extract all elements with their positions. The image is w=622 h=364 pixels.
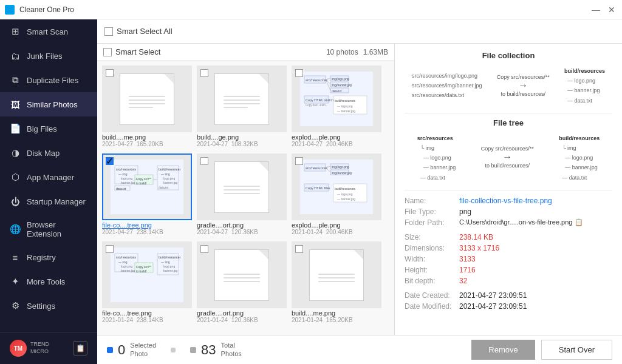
smart-select-all-checkbox[interactable] [104,27,113,36]
photo-checkbox[interactable] [106,69,114,77]
smart-select-text: Smart Select [115,47,160,56]
photo-checkbox-wrapper[interactable] [106,245,114,253]
photo-grid[interactable]: build....me.png 2021-04-27 165.20KB [97,61,394,335]
sidebar-item-app-manager[interactable]: ⬡ App Manager [0,165,97,189]
info-row-width: Width: 3133 [405,255,612,263]
smart-select-checkbox[interactable] [103,48,112,56]
photo-doc-preview [309,249,364,301]
close-button[interactable]: ✕ [606,4,617,15]
photo-item[interactable]: ✓ src/resources — img logo.png banner.jp… [102,153,192,237]
photo-item[interactable]: gradle....ort.png 2021-01-24 120.36KB [197,241,287,325]
photo-meta: 2021-04-27 200.46KB [292,141,381,147]
sidebar-item-label: Startup Manager [27,197,86,206]
photo-item[interactable]: src/resources img/logo.png img/banner.jp… [292,153,381,237]
photo-checkbox[interactable] [200,245,208,253]
photo-item[interactable]: src/resources — img logo.png banner.jpg … [102,241,192,325]
photo-thumb [197,66,287,132]
file-tree-preview: src/resources └ img — logo.png — banner.… [405,133,612,183]
svg-text:— logo.png: — logo.png [337,104,353,108]
photo-checkbox[interactable] [106,245,114,253]
photo-checkbox-wrapper[interactable] [106,69,114,77]
more-tools-icon: ✦ [10,276,21,287]
size-label: Size: [405,233,459,241]
photo-checkbox[interactable] [200,157,208,165]
sidebar-item-smart-scan[interactable]: ⊞ Smart Scan [0,19,97,44]
grid-area: Smart Select 10 photos 1.63MB [97,44,395,335]
app-manager-icon: ⬡ [10,172,21,183]
doc-line [224,96,260,97]
sidebar-item-label: Settings [27,302,55,311]
photo-doc-preview [214,161,269,213]
sidebar-item-more-tools[interactable]: ✦ More Tools [0,269,97,294]
build-files-list: build/resources — logo.png — banner.jpg … [564,66,605,106]
photo-checkbox-wrapper[interactable]: ✓ [106,157,114,165]
photo-item[interactable]: build....me.png 2021-01-24 165.20KB [292,241,381,325]
middle-split: Smart Select 10 photos 1.63MB [97,44,622,335]
sidebar-item-junk-files[interactable]: 🗂 Junk Files [0,44,97,68]
photo-name: build....me.png [102,133,192,141]
name-value: file-collection-vs-file-tree.png [459,197,552,205]
photo-checkbox[interactable] [295,245,303,253]
sidebar-item-label: Similar Photos [27,100,78,109]
selected-label: SelectedPhoto [130,342,156,357]
sidebar-item-startup-manager[interactable]: ⏻ Startup Manager [0,189,97,214]
photo-checkbox-wrapper[interactable] [295,157,303,165]
photo-checkbox[interactable] [295,157,303,165]
svg-text:data.txt: data.txt [116,187,126,190]
photo-checkbox-wrapper[interactable] [295,69,303,77]
similar-photos-icon: 🖼 [10,99,21,110]
photo-checkbox[interactable] [200,69,208,77]
content-area: Smart Select All Smart Select 10 photos … [97,19,622,364]
smart-select-label[interactable]: Smart Select [103,47,160,56]
trend-micro-text: TRENDMICRO [30,341,49,355]
photo-thumb: src/resources — img logo.png banner.jpg … [102,241,192,308]
sidebar-item-label: Junk Files [27,52,63,61]
sidebar-item-duplicate-files[interactable]: ⧉ Duplicate Files [0,68,97,92]
photo-checkbox-wrapper[interactable] [200,245,208,253]
photo-item[interactable]: src/resources img/logo.png img/banner.jp… [292,66,381,149]
date-modified-value: 2021-04-27 23:09:51 [459,302,527,311]
photo-item[interactable]: gradle....ort.png 2021-04-27 120.36KB [197,153,287,237]
sidebar-item-similar-photos[interactable]: 🖼 Similar Photos [0,92,97,116]
copy-arrow: Copy src/resources/** → to build/resourc… [497,74,550,97]
photo-checkbox[interactable]: ✓ [106,157,114,165]
sidebar-item-registry[interactable]: ≡ Registry [0,245,97,269]
sidebar-item-browser-extension[interactable]: 🌐 Browser Extension [0,214,97,245]
sidebar-doc-button[interactable]: 📋 [73,341,87,356]
diagram-svg: src/resources img/logo.png img/banner.jp… [303,75,370,123]
sidebar-item-big-files[interactable]: 📄 Big Files [0,116,97,141]
photo-checkbox-wrapper[interactable] [200,69,208,77]
doc-line [224,189,260,190]
remove-button[interactable]: Remove [471,340,535,360]
photo-checkbox[interactable] [295,69,303,77]
doc-line [224,103,260,104]
photo-name: file-co....tree.png [102,221,192,229]
photo-thumb: src/resources img/logo.png img/banner.jp… [292,66,381,132]
svg-text:banner.jpg: banner.jpg [163,269,178,272]
diagram-svg: src/resources — img logo.png banner.jpg … [114,251,180,299]
minimize-button[interactable]: — [590,4,601,15]
sidebar-item-settings[interactable]: ⚙ Settings [0,294,97,318]
photo-checkbox-wrapper[interactable] [200,157,208,165]
doc-line [224,107,248,108]
photo-checkbox-wrapper[interactable] [295,245,303,253]
smart-select-all-label[interactable]: Smart Select All [104,27,173,36]
start-over-button[interactable]: Start Over [541,340,612,360]
build-tree: build/resources └ img — logo.png — banne… [559,133,600,183]
main-layout: ⊞ Smart Scan 🗂 Junk Files ⧉ Duplicate Fi… [0,19,622,364]
doc-line [224,99,260,101]
doc-lines [129,96,165,108]
path-copy-icon[interactable]: 📋 [575,218,583,227]
doc-line [129,99,165,101]
name-label: Name: [405,197,459,205]
doc-line [224,277,260,278]
sidebar: ⊞ Smart Scan 🗂 Junk Files ⧉ Duplicate Fi… [0,19,97,364]
photo-info: file-co....tree.png 2021-04-27 238.14KB [102,220,192,237]
photo-item[interactable]: build....me.png 2021-04-27 165.20KB [102,66,192,149]
svg-text:img/banner.jpg: img/banner.jpg [332,171,352,175]
selected-dot [107,347,113,353]
big-files-icon: 📄 [10,123,21,134]
photo-item[interactable]: build....ge.png 2021-04-27 108.32KB [197,66,287,149]
date-created-value: 2021-04-27 23:09:51 [459,291,527,300]
sidebar-item-disk-map[interactable]: ◑ Disk Map [0,141,97,165]
